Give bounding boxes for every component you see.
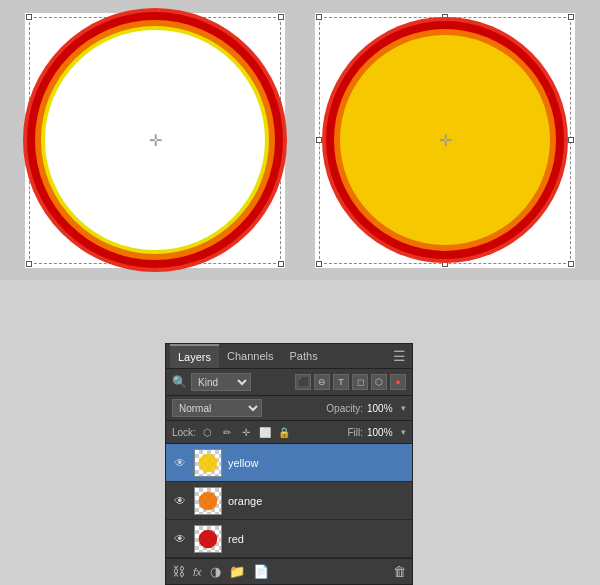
layer-item-orange[interactable]: 👁 orange <box>166 482 412 520</box>
filter-icons: ⬛ ⊖ T ◻ ⬡ ● <box>295 374 406 390</box>
eye-icon-orange[interactable]: 👁 <box>172 494 188 508</box>
crosshair-left: ✛ <box>149 131 162 150</box>
handle-bl <box>26 261 32 267</box>
handle-tr-r <box>568 14 574 20</box>
panel-search-row: 🔍 Kind ⬛ ⊖ T ◻ ⬡ ● <box>166 369 412 396</box>
layer-name-yellow: yellow <box>228 457 406 469</box>
handle-br-r <box>568 261 574 267</box>
handle-mr <box>278 137 284 143</box>
layer-item-red[interactable]: 👁 red <box>166 520 412 558</box>
layer-thumb-red <box>194 525 222 553</box>
filter-smart-icon[interactable]: ⬡ <box>371 374 387 390</box>
canvas-panel-left: ✛ <box>25 13 285 268</box>
lock-position-icon[interactable]: ✛ <box>238 424 254 440</box>
kind-select[interactable]: Kind <box>191 373 251 391</box>
layers-panel: Layers Channels Paths ☰ 🔍 Kind ⬛ ⊖ T ◻ ⬡… <box>165 343 413 585</box>
handle-ml <box>26 137 32 143</box>
svg-point-0 <box>199 453 218 472</box>
filter-adjust-icon[interactable]: ⊖ <box>314 374 330 390</box>
filter-shape-icon[interactable]: ◻ <box>352 374 368 390</box>
fill-value: 100% <box>367 427 397 438</box>
thumb-svg-yellow <box>195 450 221 476</box>
handle-tl-r <box>316 14 322 20</box>
new-layer-icon[interactable]: 📄 <box>253 564 269 579</box>
link-icon[interactable]: ⛓ <box>172 564 185 579</box>
panel-menu-icon[interactable]: ☰ <box>393 348 406 364</box>
filter-toggle-icon[interactable]: ● <box>390 374 406 390</box>
handle-mr-r <box>568 137 574 143</box>
handle-br <box>278 261 284 267</box>
blend-mode-select[interactable]: Normal <box>172 399 262 417</box>
layer-thumb-yellow <box>194 449 222 477</box>
crosshair-right: ✛ <box>439 131 452 150</box>
tab-paths[interactable]: Paths <box>282 345 326 367</box>
thumb-svg-orange <box>195 488 221 514</box>
svg-point-2 <box>199 529 218 548</box>
ring-right-container: ✛ <box>340 35 550 245</box>
folder-icon[interactable]: 📁 <box>229 564 245 579</box>
svg-point-1 <box>199 491 218 510</box>
handle-tm-r <box>442 14 448 20</box>
canvas-area: ✛ ✛ <box>0 0 600 280</box>
layer-name-red: red <box>228 533 406 545</box>
lock-row: Lock: ⬡ ✏ ✛ ⬜ 🔒 Fill: 100% ▾ <box>166 421 412 444</box>
handle-ml-r <box>316 137 322 143</box>
adjustment-icon[interactable]: ◑ <box>210 564 221 579</box>
lock-icons: ⬡ ✏ ✛ ⬜ 🔒 <box>200 424 292 440</box>
opacity-arrow[interactable]: ▾ <box>401 403 406 413</box>
filter-type-icon[interactable]: T <box>333 374 349 390</box>
tab-layers[interactable]: Layers <box>170 344 219 368</box>
filter-pixel-icon[interactable]: ⬛ <box>295 374 311 390</box>
panel-tabs: Layers Channels Paths ☰ <box>166 344 412 369</box>
layer-item-yellow[interactable]: 👁 yellow <box>166 444 412 482</box>
fill-arrow[interactable]: ▾ <box>401 427 406 437</box>
search-icon: 🔍 <box>172 375 187 389</box>
lock-all-icon[interactable]: 🔒 <box>276 424 292 440</box>
handle-tr <box>278 14 284 20</box>
handle-tl <box>26 14 32 20</box>
eye-icon-red[interactable]: 👁 <box>172 532 188 546</box>
layer-name-orange: orange <box>228 495 406 507</box>
panel-footer: ⛓ fx ◑ 📁 📄 🗑 <box>166 558 412 584</box>
lock-pixels-icon[interactable]: ✏ <box>219 424 235 440</box>
handle-bm-r <box>442 261 448 267</box>
tab-channels[interactable]: Channels <box>219 345 281 367</box>
opacity-label: Opacity: <box>326 403 363 414</box>
fill-label: Fill: <box>347 427 363 438</box>
thumb-svg-red <box>195 526 221 552</box>
lock-label: Lock: <box>172 427 196 438</box>
eye-icon-yellow[interactable]: 👁 <box>172 456 188 470</box>
layer-thumb-orange <box>194 487 222 515</box>
handle-bl-r <box>316 261 322 267</box>
delete-icon[interactable]: 🗑 <box>393 564 406 579</box>
layers-list: 👁 yellow 👁 orange 👁 <box>166 444 412 558</box>
blend-row: Normal Opacity: 100% ▾ <box>166 396 412 421</box>
opacity-value: 100% <box>367 403 397 414</box>
handle-tm <box>152 14 158 20</box>
ring-left-container: ✛ <box>45 30 265 250</box>
fx-icon[interactable]: fx <box>193 566 202 578</box>
canvas-panel-right: ✛ <box>315 13 575 268</box>
lock-transparent-icon[interactable]: ⬡ <box>200 424 216 440</box>
handle-bm <box>152 261 158 267</box>
lock-artboard-icon[interactable]: ⬜ <box>257 424 273 440</box>
